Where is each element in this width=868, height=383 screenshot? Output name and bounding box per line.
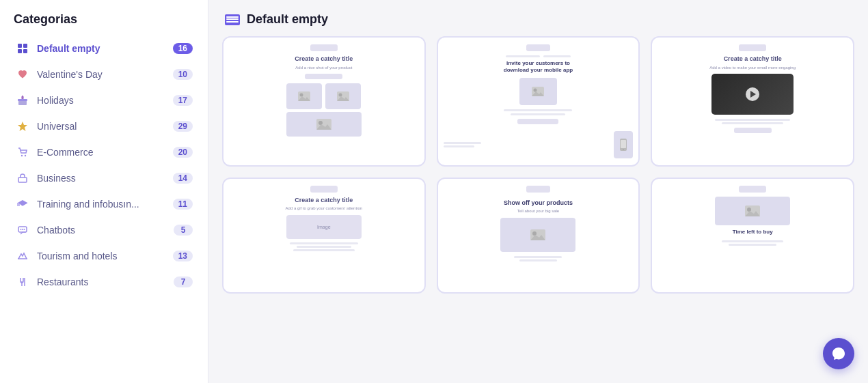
tmpl-video: [711, 74, 794, 115]
tmpl-img-row-1: [229, 83, 419, 109]
tmpl-text-5a: [514, 256, 562, 258]
training-icon: [15, 199, 30, 210]
tmpl-text-4b: [297, 246, 351, 248]
tmpl-subtitle-1: Add a nice shot of your product: [295, 66, 352, 71]
tmpl-logo-3: [739, 44, 766, 51]
template-card-4[interactable]: Create a catchy title Add a gif to grab …: [222, 178, 426, 294]
template-card-6[interactable]: Time left to buy: [651, 178, 854, 294]
sidebar-item-badge-holidays: 17: [173, 95, 193, 106]
tmpl-text-3a: [715, 119, 790, 121]
sidebar-item-restaurants[interactable]: Restaurants 7: [7, 270, 201, 294]
tmpl-img-d: [519, 78, 557, 105]
tmpl-text-4a: [290, 242, 358, 244]
sidebar: Categorias Default empty 16 Valentine's …: [0, 0, 208, 383]
sidebar-item-label-tourism: Tourism and hotels: [37, 251, 173, 261]
chat-button[interactable]: [823, 338, 854, 369]
svg-point-37: [747, 208, 751, 212]
tmpl-cta-2: [517, 119, 558, 124]
template-card-3[interactable]: Create a catchy title Add a video to mak…: [651, 36, 854, 167]
tmpl-img-b: [325, 83, 361, 109]
tmpl-img-label: Image: [286, 215, 362, 239]
sidebar-item-label-default-empty: Default empty: [37, 43, 173, 54]
universal-icon: [15, 121, 30, 132]
ecommerce-icon: [15, 147, 30, 158]
sidebar-item-holidays[interactable]: Holidays 17: [7, 88, 201, 113]
svg-rect-31: [621, 140, 626, 148]
holidays-icon: [15, 95, 30, 106]
svg-point-13: [21, 229, 22, 230]
templates-grid: Create a catchy title Add a nice shot of…: [208, 36, 868, 383]
sidebar-item-badge-tourism: 13: [173, 251, 193, 261]
tmpl-logo-5: [526, 186, 550, 193]
tmpl-phone-img: [614, 131, 633, 158]
tmpl-title-6: Time left to buy: [733, 229, 773, 236]
tmpl-text-beside-logo-2: [543, 55, 571, 57]
tmpl-cta-3: [734, 128, 772, 133]
template-card-5[interactable]: Show off your products Tell about your b…: [437, 178, 640, 294]
tmpl-text-3b: [722, 122, 783, 124]
sidebar-item-chatbots[interactable]: Chatbots 5: [7, 218, 201, 242]
template-card-2[interactable]: Invite your customers to download your m…: [437, 36, 640, 167]
tmpl-title-5: Show off your products: [504, 199, 573, 208]
svg-rect-3: [23, 49, 27, 53]
chatbots-icon: [15, 225, 30, 236]
sidebar-item-badge-universal: 29: [173, 121, 193, 132]
sidebar-item-badge-training: 11: [173, 199, 193, 210]
tmpl-img-e: [500, 218, 575, 252]
sidebar-item-valentines[interactable]: Valentine's Day 10: [7, 62, 201, 87]
svg-rect-1: [23, 44, 27, 48]
svg-point-32: [623, 149, 624, 150]
tourism-icon: [15, 251, 30, 261]
sidebar-item-training[interactable]: Training and infobusın... 11: [7, 192, 201, 216]
tmpl-title-2: Invite your customers to download your m…: [493, 60, 582, 74]
tmpl-text-6a: [722, 240, 783, 242]
tmpl-play-icon: [750, 91, 756, 98]
tmpl-app-section: [444, 131, 634, 158]
sidebar-item-label-valentines: Valentine's Day: [37, 69, 173, 80]
sidebar-item-badge-business: 14: [173, 173, 193, 184]
tmpl-logo-1: [310, 44, 338, 51]
tmpl-title-1: Create a catchy title: [295, 55, 353, 63]
tmpl-subtitle-5: Tell about your big sale: [517, 209, 559, 214]
svg-point-22: [339, 94, 342, 97]
sidebar-item-business[interactable]: Business 14: [7, 166, 201, 190]
tmpl-logo-6: [739, 186, 766, 193]
template-card-1[interactable]: Create a catchy title Add a nice shot of…: [222, 36, 426, 167]
tmpl-logo-2: [526, 44, 550, 51]
section-title: Default empty: [247, 12, 328, 27]
sidebar-item-default-empty[interactable]: Default empty 16: [7, 36, 201, 61]
tmpl-subtitle-3: Add a video to make your email more enga…: [709, 66, 796, 71]
tmpl-text-6b: [729, 244, 776, 246]
main-header: Default empty: [208, 0, 868, 36]
sidebar-item-universal[interactable]: Universal 29: [7, 114, 201, 139]
sidebar-item-label-holidays: Holidays: [37, 95, 173, 106]
sidebar-item-label-ecommerce: E-Commerce: [37, 147, 173, 158]
tmpl-play-button: [746, 87, 759, 101]
sidebar-item-badge-restaurants: 7: [174, 276, 193, 287]
tmpl-text-desc-2: [504, 109, 572, 111]
tmpl-app-text: [444, 142, 481, 147]
main-content: Default empty Create a catchy title Add …: [208, 0, 868, 383]
tmpl-cta-1: [305, 74, 342, 79]
tmpl-subtitle-4: Add a gif to grab your customers' attent…: [286, 206, 363, 212]
sidebar-item-ecommerce[interactable]: E-Commerce 20: [7, 140, 201, 165]
tmpl-text-5b: [519, 259, 557, 261]
business-icon: [15, 173, 30, 184]
sidebar-item-tourism[interactable]: Tourism and hotels 13: [7, 244, 201, 268]
svg-rect-7: [22, 96, 23, 99]
tmpl-img-c: [286, 112, 362, 137]
svg-point-19: [300, 94, 303, 97]
sidebar-item-label-universal: Universal: [37, 121, 173, 132]
svg-point-14: [22, 229, 23, 230]
sidebar-item-label-chatbots: Chatbots: [37, 225, 174, 236]
sidebar-scroll: Default empty 16 Valentine's Day 10 Holi…: [0, 36, 208, 383]
svg-rect-4: [18, 100, 27, 105]
svg-rect-11: [18, 178, 27, 182]
svg-rect-0: [18, 44, 22, 48]
tmpl-logo-4: [310, 186, 338, 193]
tmpl-text-desc-2b: [511, 113, 565, 115]
sidebar-item-badge-valentines: 10: [173, 69, 193, 80]
sidebar-item-badge-ecommerce: 20: [173, 147, 193, 158]
sidebar-item-label-training: Training and infobusın...: [37, 199, 173, 210]
tmpl-img-text: Image: [317, 225, 330, 229]
